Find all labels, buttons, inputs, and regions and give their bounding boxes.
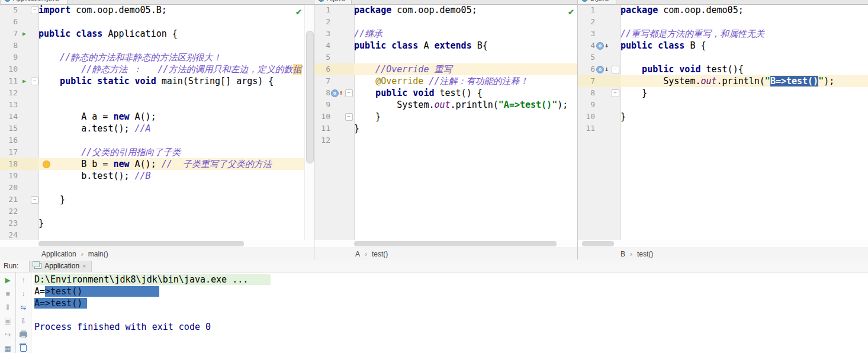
- code-line[interactable]: 5−import com.oop.demo05.B;: [0, 4, 314, 16]
- fold-marker[interactable]: −: [345, 89, 353, 97]
- fold-marker[interactable]: −: [612, 66, 619, 73]
- line-number[interactable]: 9: [577, 99, 595, 111]
- code-line[interactable]: 22: [0, 206, 314, 217]
- code-line[interactable]: 5: [577, 52, 868, 63]
- line-number[interactable]: 19: [0, 170, 18, 182]
- code-line[interactable]: 18 B b = new A(); // 子类重写了父类的方法: [0, 158, 314, 170]
- line-number[interactable]: 6: [314, 63, 330, 75]
- fold-marker[interactable]: −: [612, 89, 619, 97]
- line-number[interactable]: 7: [577, 75, 595, 87]
- line-number[interactable]: 15: [0, 123, 18, 134]
- code-line[interactable]: 15 a.test(); //A: [0, 123, 314, 134]
- fold-marker[interactable]: −: [31, 7, 38, 14]
- restore-layout-button[interactable]: ▦: [0, 342, 15, 353]
- line-number[interactable]: 17: [0, 146, 18, 158]
- code-line[interactable]: 2: [577, 16, 868, 28]
- line-number[interactable]: 2: [577, 16, 595, 28]
- code-line[interactable]: 9: [577, 99, 868, 111]
- code-line[interactable]: 4public class A extends B{: [314, 40, 577, 52]
- line-number[interactable]: 3: [314, 28, 330, 40]
- code-line[interactable]: 20: [0, 182, 314, 194]
- code-line[interactable]: 7▶public class Application {: [0, 28, 314, 40]
- line-number[interactable]: 11: [577, 123, 595, 134]
- pause-output-button[interactable]: ‖: [0, 301, 15, 313]
- stop-button[interactable]: ■: [0, 288, 15, 300]
- code-line[interactable]: 9 System.out.println("A=>test()");: [314, 99, 577, 111]
- line-number[interactable]: 9: [0, 52, 18, 63]
- breadcrumb-method[interactable]: test(): [637, 250, 653, 258]
- line-number[interactable]: 5: [314, 52, 330, 63]
- vertical-scrollbar-thumb[interactable]: [306, 31, 314, 163]
- overridden-method-icon[interactable]: o: [596, 66, 604, 73]
- line-number[interactable]: 3: [577, 28, 595, 40]
- screenshot-button[interactable]: ▣: [0, 315, 15, 327]
- console-line[interactable]: A=>test(): [31, 297, 868, 309]
- console-line[interactable]: [31, 309, 868, 321]
- breadcrumb-method[interactable]: main(): [88, 250, 108, 258]
- line-number[interactable]: 16: [0, 134, 18, 146]
- code-line[interactable]: 13: [0, 99, 314, 111]
- overridden-method-icon[interactable]: o: [596, 42, 604, 50]
- editor-tab-Application.java[interactable]: Application.java×: [0, 0, 67, 4]
- line-number[interactable]: 10: [0, 63, 18, 75]
- code-line[interactable]: 19 b.test(); //B: [0, 170, 314, 182]
- code-line[interactable]: 12: [0, 87, 314, 99]
- close-icon[interactable]: ×: [61, 0, 65, 2]
- code-line[interactable]: 11▶− public static void main(String[] ar…: [0, 75, 314, 87]
- code-line[interactable]: 7 @Override //注解：有功能的注释！: [314, 75, 577, 87]
- attach-debugger-button[interactable]: ↪: [0, 329, 15, 341]
- line-number[interactable]: 4: [577, 40, 595, 52]
- down-stack-trace-button[interactable]: ↓: [16, 288, 31, 300]
- line-number[interactable]: 13: [0, 99, 18, 111]
- clear-all-button[interactable]: [16, 342, 31, 353]
- line-number[interactable]: 1: [314, 4, 330, 16]
- line-number[interactable]: 24: [0, 229, 18, 240]
- code-line[interactable]: 21− }: [0, 194, 314, 206]
- line-number[interactable]: 11: [314, 123, 330, 134]
- line-number[interactable]: 21: [0, 194, 18, 206]
- code-line[interactable]: 6 //Override 重写: [314, 63, 577, 75]
- vertical-scrollbar[interactable]: [304, 4, 314, 240]
- breadcrumb-class[interactable]: A: [355, 250, 360, 258]
- fold-marker[interactable]: −: [31, 78, 38, 85]
- override-method-icon[interactable]: o: [331, 89, 339, 97]
- line-number[interactable]: 2: [314, 16, 330, 28]
- run-gutter-icon[interactable]: ▶: [22, 28, 26, 40]
- code-line[interactable]: 1package com.oop.demo05;: [577, 4, 868, 16]
- code-line[interactable]: 11}: [314, 123, 577, 134]
- scroll-to-end-button[interactable]: ⇩: [16, 315, 31, 327]
- line-number[interactable]: 18: [0, 158, 18, 170]
- line-number[interactable]: 9: [314, 99, 330, 111]
- code-line[interactable]: 4o↓public class B {: [577, 40, 868, 52]
- line-number[interactable]: 7: [314, 75, 330, 87]
- line-number[interactable]: 12: [314, 134, 330, 146]
- code-line[interactable]: 23}: [0, 217, 314, 229]
- close-icon[interactable]: ×: [348, 0, 351, 2]
- line-number[interactable]: 23: [0, 217, 18, 229]
- line-number[interactable]: 8: [577, 87, 595, 99]
- close-icon[interactable]: ×: [82, 262, 86, 269]
- horizontal-scrollbar-thumb[interactable]: [582, 241, 614, 246]
- code-line[interactable]: 14 A a = new A();: [0, 111, 314, 123]
- run-gutter-icon[interactable]: ▶: [22, 75, 26, 87]
- line-number[interactable]: 22: [0, 206, 18, 217]
- fold-marker[interactable]: −: [31, 196, 38, 204]
- code-line[interactable]: 10− }: [314, 111, 577, 123]
- code-line[interactable]: 16: [0, 134, 314, 146]
- line-number[interactable]: 10: [577, 111, 595, 123]
- line-number[interactable]: 20: [0, 182, 18, 194]
- code-line[interactable]: 5: [314, 52, 577, 63]
- code-line[interactable]: 8o↑− public void test() {: [314, 87, 577, 99]
- console-output[interactable]: D:\Environment\jdk8\jdk\bin\java.exe ...…: [31, 274, 868, 353]
- rerun-button[interactable]: ▶: [0, 274, 15, 286]
- line-number[interactable]: 8: [0, 40, 18, 52]
- code-line[interactable]: 10}: [577, 111, 868, 123]
- line-number[interactable]: 14: [0, 111, 18, 123]
- line-number[interactable]: 11: [0, 75, 18, 87]
- code-line[interactable]: 12: [314, 134, 577, 146]
- fold-marker[interactable]: −: [345, 113, 353, 121]
- code-line[interactable]: 7 System.out.println("B=>test()");: [577, 75, 868, 87]
- line-number[interactable]: 6: [0, 16, 18, 28]
- code-line[interactable]: 24: [0, 229, 314, 240]
- up-stack-trace-button[interactable]: ↑: [16, 274, 31, 286]
